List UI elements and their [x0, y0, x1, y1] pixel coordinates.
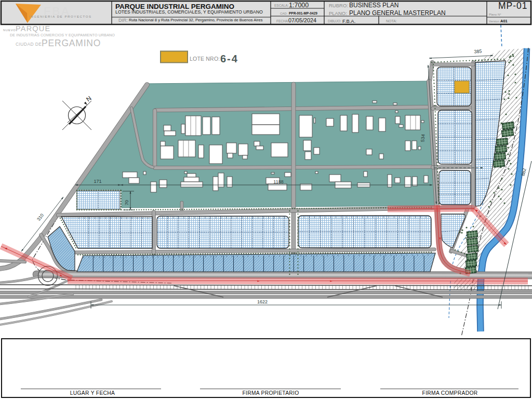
svg-text:07/05/2024: 07/05/2024 [288, 17, 316, 23]
svg-text:Plano N°: Plano N° [489, 13, 501, 16]
svg-text:171: 171 [94, 179, 101, 184]
svg-text:LOTE NRO:: LOTE NRO: [190, 56, 220, 62]
svg-text:PLANO:: PLANO: [329, 10, 347, 16]
svg-text:DIBUJO:: DIBUJO: [328, 19, 341, 23]
svg-text:Ruta Nacional 8 y Ruta Provinc: Ruta Nacional 8 y Ruta Provincial 32, Pe… [129, 18, 263, 22]
svg-text:FIRMA COMPRADOR: FIRMA COMPRADOR [422, 390, 478, 396]
svg-text:LOTES INDUSTRIALES, COMERCIALE: LOTES INDUSTRIALES, COMERCIALES, Y EQUIP… [115, 9, 263, 15]
svg-text:PARQUE: PARQUE [16, 24, 50, 33]
svg-text:ESCALA:: ESCALA: [274, 4, 289, 7]
svg-text:A01: A01 [500, 19, 508, 23]
svg-text:DE INDUSTRIAS COMERCIOS Y EQUI: DE INDUSTRIAS COMERCIOS Y EQUIPAMIENTO U… [10, 33, 115, 37]
svg-text:70: 70 [124, 200, 129, 205]
svg-text:BUSINESS PLAN: BUSINESS PLAN [349, 2, 398, 9]
svg-text:FECHA:: FECHA: [276, 19, 289, 23]
svg-text:1188: 1188 [273, 179, 283, 184]
svg-text:MP-01: MP-01 [498, 1, 528, 11]
svg-text:NUEVO: NUEVO [3, 29, 16, 32]
svg-text:PLANO GENERAL MASTERPLAN: PLANO GENERAL MASTERPLAN [349, 9, 446, 17]
svg-text:534: 534 [420, 134, 425, 142]
svg-text:LUGAR Y FECHA: LUGAR Y FECHA [70, 390, 115, 396]
svg-text:Version: Version [489, 20, 499, 23]
svg-text:F.B.A.: F.B.A. [342, 18, 355, 24]
svg-text:FIRMA PROPIETARIO: FIRMA PROPIETARIO [242, 390, 299, 396]
svg-text:PPR-001-MP-0429: PPR-001-MP-0429 [289, 11, 317, 15]
svg-text:CAD:: CAD: [280, 12, 288, 15]
svg-text:CIUDAD DE: CIUDAD DE [16, 42, 42, 47]
svg-text:385: 385 [474, 49, 482, 55]
svg-text:DIR:: DIR: [118, 18, 128, 23]
svg-text:NOTA:: NOTA: [386, 19, 397, 23]
svg-text:INGENIERIA DE PROYECTOS: INGENIERIA DE PROYECTOS [29, 15, 92, 18]
svg-text:1:7000: 1:7000 [289, 2, 309, 9]
svg-text:RUBRO:: RUBRO: [329, 3, 348, 8]
svg-text:PERGAMINO: PERGAMINO [42, 38, 101, 48]
svg-text:6-4: 6-4 [220, 53, 238, 64]
svg-text:1622: 1622 [257, 299, 268, 304]
